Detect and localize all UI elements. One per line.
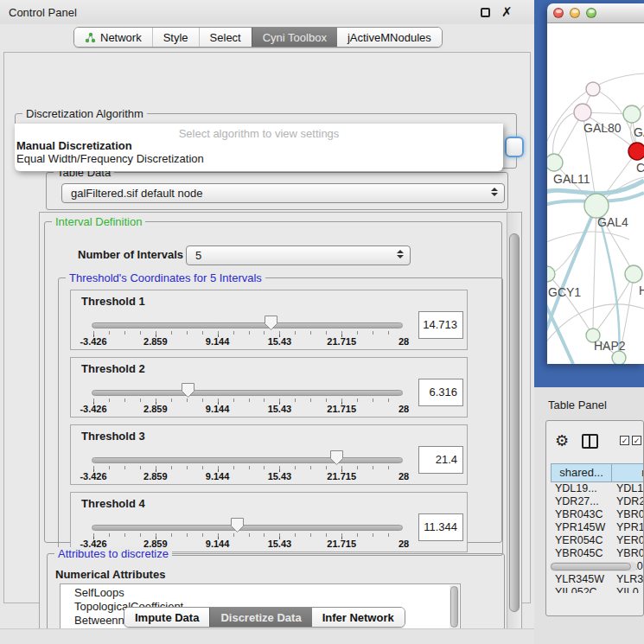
slider-tick-label: 21.715 [327, 471, 356, 481]
vertical-scrollbar-thumb[interactable] [509, 233, 520, 612]
zoom-traffic-light[interactable] [586, 8, 596, 18]
tab-discretize-data[interactable]: Discretize Data [209, 608, 311, 627]
close-icon[interactable]: ✗ [501, 4, 513, 20]
threshold-4-slider-thumb[interactable] [230, 517, 245, 533]
minimize-traffic-light[interactable] [570, 8, 580, 18]
close-traffic-light[interactable] [553, 8, 564, 18]
cell-shared-name[interactable]: YIL052C [555, 586, 597, 593]
threshold-2-label: Threshold 2 [81, 362, 145, 375]
gear-icon[interactable]: ⚙ [555, 431, 569, 450]
tab-style-label: Style [163, 31, 188, 44]
algorithm-option-manual[interactable]: Manual Discretization [16, 139, 132, 152]
slider-tick-label: 28 [399, 336, 409, 347]
tab-cyni-toolbox[interactable]: Cyni Toolbox [252, 28, 337, 47]
slider-tick-label: 9.144 [206, 471, 230, 481]
cell-name[interactable]: YPR1 [616, 521, 644, 534]
numerical-attributes-label: Numerical Attributes [55, 568, 165, 581]
network-graph: GAL80 GA GAL11 C GAL4 GCY1 H HAP2 [547, 23, 644, 364]
cell-shared-name[interactable]: YDL19... [555, 482, 597, 495]
columns-icon[interactable] [582, 434, 598, 449]
slider-minor-ticks [93, 466, 404, 469]
table-data-combo[interactable]: galFiltered.sif default node [61, 183, 505, 203]
slider-tick-label: 9.144 [206, 336, 230, 347]
threshold-2-slider-track[interactable] [92, 390, 403, 396]
tab-style[interactable]: Style [152, 28, 199, 47]
checkbox-icon[interactable]: ✓ [632, 436, 641, 445]
checkbox-icon[interactable]: ✓ [620, 436, 629, 445]
tab-select[interactable]: Select [199, 28, 252, 47]
number-of-intervals-combo[interactable]: 5 [186, 245, 411, 265]
tab-impute-data[interactable]: Impute Data [124, 608, 209, 627]
threshold-coordinates-group: Threshold's Coordinates for 5 Intervals … [58, 277, 503, 556]
slider-tick-label: 9.144 [206, 539, 230, 549]
node-label-gal4: GAL4 [597, 215, 628, 229]
network-icon [85, 32, 96, 43]
threshold-1-slider-thumb[interactable] [264, 315, 278, 331]
tab-jactivemnodules[interactable]: jActiveMNodules [337, 28, 442, 47]
float-window-icon[interactable] [481, 8, 490, 17]
threshold-coordinates-label: Threshold's Coordinates for 5 Intervals [66, 271, 265, 284]
table-row[interactable]: YER054CYER0 [551, 534, 644, 547]
slider-tick-label: 2.859 [143, 404, 168, 414]
table-data-group: Table Data galFiltered.sif default node [46, 172, 508, 210]
threshold-1-slider-track[interactable] [92, 322, 403, 328]
slider-tick-label: 28 [399, 539, 409, 549]
column-header-shared-name[interactable]: shared... [551, 463, 612, 482]
cell-name[interactable]: YLR3 [616, 573, 643, 586]
table-row[interactable]: YBR043CYBR0 [551, 508, 644, 521]
combo-arrows-icon [491, 188, 498, 196]
table-row[interactable]: YLR345WYLR3 [551, 573, 644, 586]
cell-name[interactable]: YBR0 [616, 547, 644, 560]
cell-name[interactable]: YDL1 [616, 482, 643, 495]
node [625, 265, 642, 283]
tab-network[interactable]: Network [74, 28, 152, 47]
cell-name[interactable]: YDR2 [616, 495, 644, 508]
node-label-clipped: H [639, 284, 644, 297]
cell-shared-name[interactable]: YPR145W [555, 521, 605, 534]
network-canvas[interactable]: GAL80 GA GAL11 C GAL4 GCY1 H HAP2 [547, 23, 644, 364]
cell-name[interactable]: YIL0 [616, 586, 639, 593]
column-header-name[interactable]: na [612, 463, 644, 482]
algorithm-combo-focus-ring[interactable] [505, 137, 524, 157]
cell-shared-name[interactable]: YDR27... [555, 495, 599, 508]
threshold-2-value-field[interactable]: 6.316 [418, 379, 463, 406]
network-window-titlebar [547, 3, 644, 23]
threshold-4-slider-track[interactable] [92, 525, 403, 531]
attribute-list-item[interactable]: SelfLoops [74, 586, 124, 600]
slider-tick-label: 21.715 [327, 336, 356, 347]
cell-name[interactable]: YER0 [616, 534, 644, 547]
list-scrollbar-thumb[interactable] [450, 586, 458, 628]
threshold-2-slider-thumb[interactable] [181, 382, 195, 399]
control-panel-titlebar: Control Panel ✗ [0, 0, 534, 24]
node-label-hap2: HAP2 [594, 339, 626, 353]
table-row[interactable]: YDR27...YDR2 [551, 495, 644, 508]
threshold-3-value-field[interactable]: 21.4 [418, 446, 463, 474]
threshold-1-value-field[interactable]: 14.713 [418, 311, 463, 339]
threshold-3-slider-thumb[interactable] [329, 450, 344, 466]
cell-shared-name[interactable]: YBR043C [555, 508, 603, 521]
threshold-3-slider-track[interactable] [92, 457, 403, 463]
table-data-combo-value: galFiltered.sif default node [71, 187, 202, 200]
tab-cyni-toolbox-label: Cyni Toolbox [263, 31, 327, 44]
cell-name[interactable]: YBR0 [616, 508, 644, 521]
cell-shared-name[interactable]: YER054C [555, 534, 603, 547]
threshold-2-block: Threshold 2 -3.4262.8599.14415.4321.7152… [70, 357, 468, 418]
algorithm-option-equal-width[interactable]: Equal Width/Frequency Discretization [16, 152, 204, 165]
table-row[interactable]: YIL052CYIL0 [551, 586, 644, 593]
vertical-scrollbar[interactable] [507, 213, 521, 644]
tab-discretize-data-label: Discretize Data [220, 611, 301, 624]
table-row[interactable]: YPR145WYPR1 [551, 521, 644, 534]
table-row[interactable]: YBR045CYBR0 [551, 547, 644, 560]
tab-jactivemnodules-label: jActiveMNodules [348, 31, 431, 44]
horizontal-scrollbar[interactable] [550, 562, 637, 571]
table-row[interactable]: YDL19...YDL1 [551, 482, 644, 495]
cell-shared-name[interactable]: YLR345W [555, 573, 604, 586]
slider-tick-label: 28 [399, 471, 409, 481]
tab-infer-network[interactable]: Infer Network [312, 608, 405, 627]
screen: Control Panel ✗ Network Style Select Cyn… [0, 0, 644, 644]
list-scrollbar[interactable] [450, 585, 459, 629]
cell-shared-name[interactable]: YBR045C [555, 547, 603, 560]
slider-tick-label: 15.43 [268, 336, 292, 347]
threshold-4-value-field[interactable]: 11.344 [418, 513, 463, 541]
horizontal-scrollbar-thumb[interactable] [551, 563, 631, 571]
